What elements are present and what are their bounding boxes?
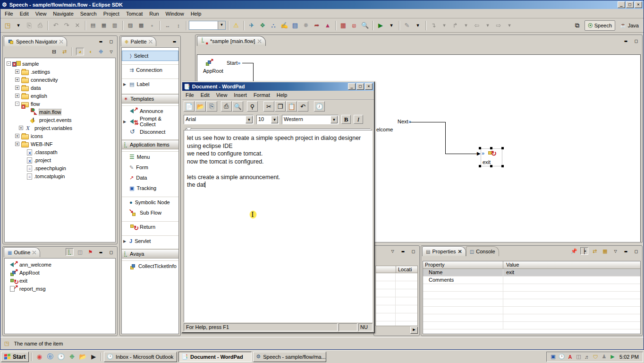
canvas-next-port[interactable]: Next»: [398, 119, 411, 124]
canvas-approot-icon[interactable]: ↗: [205, 59, 213, 66]
wp-menu-edit[interactable]: Edit: [197, 91, 213, 99]
canvas-exit-node[interactable]: » ↻ exit: [481, 148, 502, 166]
editor-minimize-icon[interactable]: ▬: [622, 37, 630, 44]
match-height-icon[interactable]: ↕: [173, 20, 184, 31]
eclipse-titlebar[interactable]: ⚙ Speech - sample/flow/main.flow - Eclip…: [0, 0, 644, 9]
wp-open-icon[interactable]: 📂: [195, 101, 206, 112]
editor-tab-sample[interactable]: ⣇■ *sample [main.flow] ⛌: [197, 36, 266, 46]
selection-handle[interactable]: [501, 147, 504, 149]
outline-maximize-icon[interactable]: □: [107, 248, 115, 256]
expander-icon[interactable]: -: [7, 61, 11, 66]
problems-hscrollbar[interactable]: ▶: [375, 327, 418, 334]
external-tools-icon[interactable]: ✎: [402, 20, 412, 31]
wordpad-window[interactable]: 📑 Document - WordPad _ □ ✕ File Edit Vie…: [181, 81, 375, 333]
outline-tab-close-icon[interactable]: ⛌: [32, 250, 36, 256]
tree-item-main-flow[interactable]: +main.flow: [7, 108, 115, 116]
outline-table-view-icon[interactable]: ◫: [76, 248, 84, 256]
outline-minimize-icon[interactable]: ▬: [97, 248, 105, 256]
menu-search[interactable]: Search: [77, 10, 100, 17]
remove-connection-icon[interactable]: ▦: [338, 20, 348, 31]
run-icon[interactable]: ▶: [375, 20, 386, 31]
navigator-minimize-icon[interactable]: ▬: [97, 37, 105, 45]
palette-item-return[interactable]: ↻Return: [122, 222, 178, 232]
canvas-start-port[interactable]: Start»: [227, 60, 240, 66]
palette-item-data[interactable]: ↗Data: [122, 173, 178, 183]
align-center-icon[interactable]: ▦: [99, 20, 109, 31]
expander-icon[interactable]: +: [15, 94, 19, 98]
align-middle-icon[interactable]: ▩: [136, 20, 146, 31]
perspective-speech[interactable]: ⦿ Speech: [585, 20, 615, 31]
wp-copy-icon[interactable]: ❐: [275, 101, 286, 112]
print-icon[interactable]: ⎙: [35, 20, 45, 31]
palette-item-sub-flow[interactable]: ↘Sub Flow: [122, 207, 178, 218]
selection-handle[interactable]: [490, 165, 492, 167]
tree-item-settings[interactable]: +.settings: [7, 68, 115, 76]
selection-handle[interactable]: [479, 147, 481, 149]
forward-icon[interactable]: ⇨: [493, 20, 504, 31]
flyout-arrow-icon[interactable]: ▶: [123, 82, 126, 86]
palette-tool-connection[interactable]: ⇉Connection: [122, 65, 178, 75]
prev-annotation-dropdown-icon[interactable]: ▾: [461, 20, 471, 31]
wp-save-icon[interactable]: ⎘: [206, 101, 217, 112]
palette-item-servlet[interactable]: ▶JServlet: [122, 236, 178, 246]
tree-item-data[interactable]: +data: [7, 84, 115, 92]
quicklaunch-mediaplayer-icon[interactable]: ▶: [89, 352, 98, 362]
new-menu-icon[interactable]: ▤: [290, 20, 300, 31]
tree-item-project-file[interactable]: +.project: [7, 156, 115, 164]
palette-header-avaya[interactable]: ⣇Avaya: [122, 249, 178, 259]
align-bottom-icon[interactable]: ▫: [147, 20, 157, 31]
expander-icon[interactable]: +: [15, 78, 19, 82]
align-left-icon[interactable]: ▤: [88, 20, 98, 31]
menu-window[interactable]: Window: [162, 10, 187, 17]
palette-item-disconnect[interactable]: ↺Disconnect: [122, 127, 178, 137]
selection-handle[interactable]: [501, 165, 504, 167]
delete-node-icon[interactable]: ⦻: [349, 20, 359, 31]
problems-column-location[interactable]: Locati: [396, 266, 418, 273]
new-subflow-icon[interactable]: ➦: [312, 20, 322, 31]
tree-item-tomcatplugin[interactable]: +.tomcatplugin: [7, 172, 115, 180]
wordpad-document[interactable]: let us see how to create a simple speech…: [184, 130, 373, 322]
tab-palette[interactable]: ❉ Palette ⛌: [121, 36, 156, 46]
warning-icon[interactable]: ⚠: [231, 20, 241, 31]
outline-item-report-msg[interactable]: ↗report_msg: [9, 285, 115, 293]
expander-icon[interactable]: +: [19, 126, 23, 130]
wp-find-icon[interactable]: ⚲: [247, 101, 258, 112]
flyout-arrow-icon[interactable]: ▶: [123, 239, 126, 243]
outline-flag-view-icon[interactable]: ⚑: [86, 248, 94, 256]
quicklaunch-explorer-icon[interactable]: 📂: [78, 352, 87, 362]
forward-dropdown-icon[interactable]: ▾: [504, 20, 515, 31]
collapse-all-icon[interactable]: ⊟: [50, 48, 58, 55]
new-form-icon[interactable]: ✍: [279, 20, 289, 31]
palette-header-templates[interactable]: ✶Templates: [122, 94, 178, 104]
palette-tool-label[interactable]: ▶▤Label: [122, 79, 178, 89]
new-prompt-icon[interactable]: ❖: [257, 20, 268, 31]
task-wordpad[interactable]: 📑 Document - WordPad: [178, 352, 252, 362]
back-icon[interactable]: ⇦: [472, 20, 482, 31]
new-wizard-dropdown-icon[interactable]: ▾: [13, 20, 24, 31]
wordpad-minimize-button[interactable]: _: [348, 83, 356, 90]
menu-edit[interactable]: Edit: [17, 10, 32, 17]
link-with-editor-icon[interactable]: ⇄: [60, 48, 68, 55]
delete-icon[interactable]: ✕: [72, 20, 83, 31]
outline-item-exit[interactable]: ↻exit: [9, 277, 115, 285]
next-annotation-dropdown-icon[interactable]: ▾: [439, 20, 449, 31]
menu-file[interactable]: File: [1, 10, 17, 17]
wp-paste-icon[interactable]: 📋: [286, 101, 297, 112]
expander-icon[interactable]: +: [15, 69, 19, 74]
align-right-icon[interactable]: ▥: [110, 20, 120, 31]
new-data-icon[interactable]: ⛬: [268, 20, 279, 31]
tray-shield-icon[interactable]: 🛡: [592, 353, 599, 360]
show-categories-icon[interactable]: ┝: [580, 247, 588, 255]
wp-menu-view[interactable]: View: [213, 91, 231, 99]
editor-maximize-icon[interactable]: □: [632, 37, 640, 44]
scroll-right-icon[interactable]: ▶: [410, 327, 418, 334]
quicklaunch-ie-icon[interactable]: ⓔ: [45, 352, 55, 362]
wp-size-dropdown-icon[interactable]: ▼: [271, 116, 278, 123]
zoom-combo-dropdown-icon[interactable]: ▼: [218, 21, 225, 29]
external-tools-dropdown-icon[interactable]: ▾: [413, 20, 423, 31]
wordpad-close-button[interactable]: ✕: [365, 83, 373, 90]
menu-tomcat[interactable]: Tomcat: [123, 10, 146, 17]
problems-menu-icon[interactable]: ▽: [389, 247, 397, 255]
outline-item-ann-welcome[interactable]: ↗ann_welcome: [9, 260, 115, 268]
properties-col-property[interactable]: Property: [423, 261, 503, 268]
